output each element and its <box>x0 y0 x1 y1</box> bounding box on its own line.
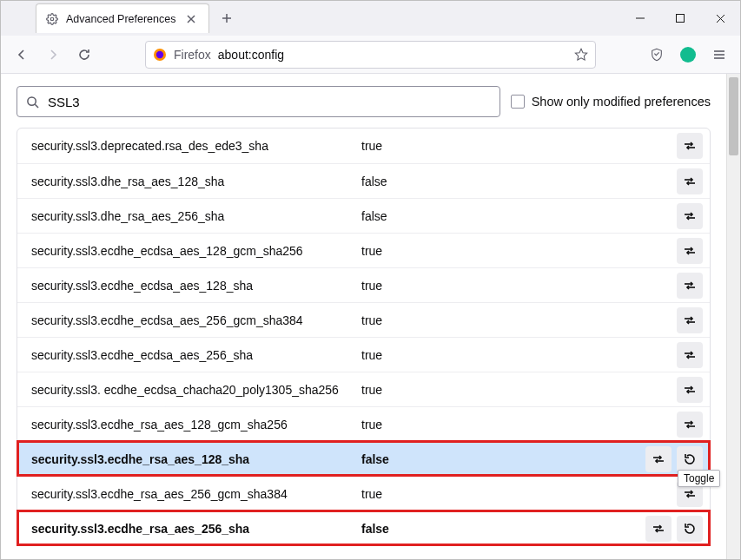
tab-strip: Advanced Preferences <box>1 1 620 36</box>
pref-actions <box>677 377 703 403</box>
pref-name: security.ssl3.ecdhe_rsa_aes_256_sha <box>31 517 361 541</box>
checkbox-icon <box>511 95 525 109</box>
firefox-icon <box>153 48 167 62</box>
search-icon <box>26 96 39 109</box>
pref-value: true <box>361 313 677 327</box>
window-controls <box>620 1 740 36</box>
toggle-button[interactable] <box>677 203 703 229</box>
svg-point-10 <box>156 50 163 57</box>
url-bar[interactable]: Firefox about:config <box>145 41 596 69</box>
pref-row[interactable]: security.ssl3.ecdhe_rsa_aes_128_gcm_sha2… <box>17 406 710 441</box>
toggle-button[interactable] <box>677 342 703 368</box>
extension-icon[interactable] <box>674 41 702 69</box>
back-button[interactable] <box>8 41 36 69</box>
pref-value: true <box>361 279 677 293</box>
bookmark-star-icon[interactable] <box>574 48 588 62</box>
pref-actions <box>677 238 703 264</box>
pref-name: security.ssl3.ecdhe_ecdsa_aes_256_gcm_sh… <box>31 308 361 333</box>
pref-actions <box>677 342 703 368</box>
pref-name: security.ssl3.dhe_rsa_aes_128_sha <box>31 169 361 194</box>
svg-point-15 <box>28 96 36 104</box>
pref-row[interactable]: security.ssl3.ecdhe_ecdsa_aes_256_gcm_sh… <box>17 302 710 337</box>
pref-row[interactable]: security.ssl3. ecdhe_ecdsa_chacha20_poly… <box>17 372 710 406</box>
pref-name: security.ssl3.ecdhe_rsa_aes_128_gcm_sha2… <box>31 412 361 437</box>
pref-value: false <box>361 452 645 466</box>
titlebar: Advanced Preferences <box>1 1 740 36</box>
reset-button[interactable] <box>677 446 703 472</box>
pref-value: true <box>361 244 677 258</box>
nav-toolbar: Firefox about:config <box>1 36 740 74</box>
app-menu-button[interactable] <box>705 41 733 69</box>
pref-list: security.ssl3.deprecated.rsa_des_ede3_sh… <box>17 128 711 546</box>
forward-button[interactable] <box>39 41 67 69</box>
content-area: Show only modified preferences security.… <box>1 74 740 559</box>
pref-row[interactable]: security.ssl3.deprecated.rsa_des_ede3_sh… <box>17 128 710 163</box>
toggle-button[interactable] <box>677 377 703 403</box>
pref-actions <box>677 203 703 229</box>
scrollbar-thumb[interactable] <box>729 77 738 155</box>
svg-point-0 <box>50 17 54 21</box>
pref-row[interactable]: security.ssl3.dhe_rsa_aes_128_shafalse <box>17 163 710 198</box>
pref-actions <box>645 516 703 542</box>
search-input[interactable] <box>46 94 491 110</box>
svg-rect-6 <box>677 15 685 23</box>
pref-name: security.ssl3.ecdhe_ecdsa_aes_128_gcm_sh… <box>31 239 361 263</box>
window-close-button[interactable] <box>700 1 740 36</box>
browser-window: Advanced Preferences Firefox about:confi <box>0 0 741 560</box>
browser-tab[interactable]: Advanced Preferences <box>36 3 209 33</box>
pref-row[interactable]: security.ssl3.ecdhe_ecdsa_aes_256_shatru… <box>17 337 710 372</box>
pref-name: security.ssl3.ecdhe_ecdsa_aes_256_sha <box>31 343 361 367</box>
pref-value: false <box>361 522 645 536</box>
pref-actions <box>677 273 703 299</box>
pref-row[interactable]: security.ssl3.ecdhe_rsa_aes_128_shafalse… <box>17 441 710 476</box>
pref-name: security.ssl3.ecdhe_rsa_aes_128_sha <box>31 447 361 471</box>
pref-actions <box>677 412 703 438</box>
pref-name: security.ssl3. ecdhe_ecdsa_chacha20_poly… <box>31 378 361 402</box>
pref-value: true <box>361 348 677 362</box>
svg-line-16 <box>35 104 38 108</box>
toggle-button[interactable] <box>645 446 672 472</box>
reset-button[interactable] <box>677 516 703 542</box>
pref-row[interactable]: security.ssl3.ecdhe_rsa_aes_256_gcm_sha3… <box>17 476 710 511</box>
pref-value: true <box>361 418 677 432</box>
pref-row[interactable]: security.ssl3.ecdhe_ecdsa_aes_128_gcm_sh… <box>17 233 710 267</box>
pref-name: security.ssl3.ecdhe_ecdsa_aes_128_sha <box>31 273 361 298</box>
pref-actions <box>677 307 703 333</box>
pref-name: security.ssl3.deprecated.rsa_des_ede3_sh… <box>31 134 361 158</box>
pref-name: security.ssl3.dhe_rsa_aes_256_sha <box>31 204 361 228</box>
toggle-button[interactable] <box>677 133 703 159</box>
tab-close-button[interactable] <box>186 14 200 24</box>
toggle-button[interactable] <box>645 516 672 542</box>
window-maximize-button[interactable] <box>660 1 700 36</box>
pref-name: security.ssl3.ecdhe_rsa_aes_256_gcm_sha3… <box>31 482 361 506</box>
pref-actions <box>645 446 703 472</box>
pref-row[interactable]: security.ssl3.ecdhe_ecdsa_aes_128_shatru… <box>17 267 710 302</box>
url-prefix: Firefox <box>174 48 211 62</box>
pref-value: false <box>361 209 677 223</box>
tab-title: Advanced Preferences <box>66 13 179 25</box>
pref-actions <box>677 133 703 159</box>
toggle-button[interactable] <box>677 238 703 264</box>
window-minimize-button[interactable] <box>620 1 660 36</box>
show-modified-checkbox[interactable]: Show only modified preferences <box>511 95 711 109</box>
pref-value: true <box>361 487 677 501</box>
svg-marker-11 <box>575 49 586 60</box>
pref-value: true <box>361 139 677 153</box>
search-box[interactable] <box>17 86 500 117</box>
toggle-button[interactable] <box>677 307 703 333</box>
pref-value: false <box>361 175 677 188</box>
pref-value: true <box>361 383 677 397</box>
new-tab-button[interactable] <box>215 6 239 30</box>
reload-button[interactable] <box>70 41 98 69</box>
show-modified-label: Show only modified preferences <box>532 95 711 109</box>
search-row: Show only modified preferences <box>1 81 726 128</box>
pocket-icon[interactable] <box>643 41 671 69</box>
toggle-button[interactable] <box>677 273 703 299</box>
tooltip: Toggle <box>678 470 720 487</box>
toggle-button[interactable] <box>677 412 703 438</box>
toggle-button[interactable] <box>677 168 703 194</box>
gear-icon <box>45 12 59 26</box>
pref-row[interactable]: security.ssl3.ecdhe_rsa_aes_256_shafalse <box>17 511 710 545</box>
scrollbar[interactable] <box>726 74 740 559</box>
pref-row[interactable]: security.ssl3.dhe_rsa_aes_256_shafalse <box>17 198 710 233</box>
